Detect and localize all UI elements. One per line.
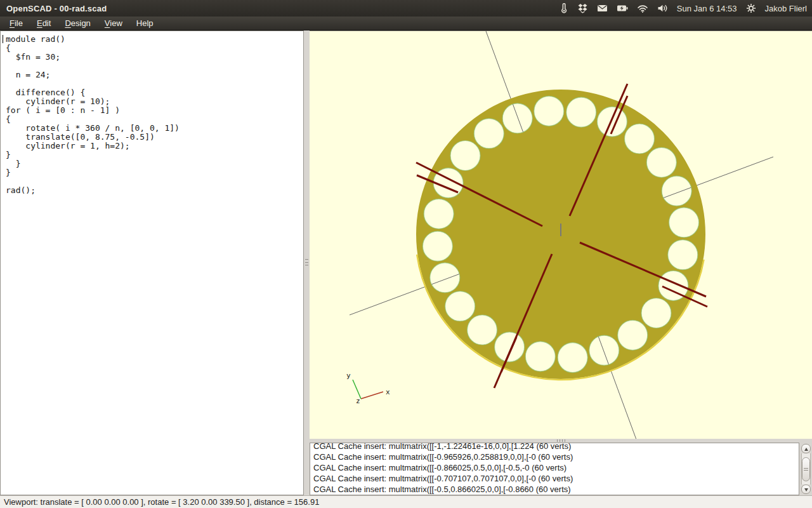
menu-edit[interactable]: Edit — [30, 17, 58, 29]
code-line: n = 24; — [6, 70, 303, 79]
code-line: cylinder(r = 1, h=2); — [6, 142, 303, 150]
console-line: CGAL Cache insert: multmatrix([[-0.70710… — [313, 473, 799, 484]
thermometer-icon[interactable] — [559, 3, 568, 13]
window-title: OpenSCAD - 00-rad.scad — [6, 4, 107, 13]
viewport-status: Viewport: translate = [ 0.00 0.00 0.00 ]… — [4, 497, 319, 507]
code-line: rotate( i * 360 / n, [0, 0, 1]) — [6, 124, 303, 133]
window-content: module rad(){ $fn = 30; n = 24; differen… — [0, 30, 812, 495]
menu-design[interactable]: Design — [58, 17, 97, 29]
title-bar: OpenSCAD - 00-rad.scad Sun Jan 6 14:53 J… — [0, 0, 812, 17]
code-line: translate([0, 8.75, -0.5]) — [6, 133, 303, 142]
clock[interactable]: Sun Jan 6 14:53 — [677, 4, 737, 13]
code-line: } — [6, 150, 303, 159]
code-line — [6, 79, 303, 88]
tray-icons-slot — [559, 3, 668, 13]
viewport-3d[interactable]: xyz — [310, 30, 812, 439]
console-scrollbar[interactable] — [799, 443, 812, 495]
dropbox-icon[interactable] — [577, 3, 588, 13]
code-line: $fn = 30; — [6, 53, 303, 62]
code-line: difference() { — [6, 88, 303, 97]
system-tray: Sun Jan 6 14:53 Jakob Flierl — [559, 3, 807, 13]
right-pane: xyz CGAL Cache insert: multmatrix([[-1,-… — [310, 30, 812, 495]
console-line: CGAL Cache insert: multmatrix([[-1,-1.22… — [313, 443, 799, 451]
menu-file[interactable]: File — [3, 17, 30, 29]
code-editor[interactable]: module rad(){ $fn = 30; n = 24; differen… — [0, 30, 304, 495]
desktop: OpenSCAD - 00-rad.scad Sun Jan 6 14:53 J… — [0, 0, 812, 508]
status-bar: Viewport: translate = [ 0.00 0.00 0.00 ]… — [0, 495, 812, 508]
scrollbar-track[interactable] — [801, 453, 811, 485]
console-line: CGAL Cache insert: multmatrix([[-0.5,0.8… — [313, 484, 799, 495]
code-line: module rad() — [6, 35, 303, 44]
wifi-icon[interactable] — [637, 4, 648, 13]
splitter-grip-icon — [557, 439, 566, 442]
code-line: cylinder(r = 10); — [6, 97, 303, 106]
code-line — [6, 62, 303, 70]
splitter-grip-icon — [305, 259, 308, 265]
text-cursor — [3, 35, 3, 43]
battery-icon[interactable] — [617, 4, 628, 12]
render-canvas[interactable]: xyz — [310, 31, 812, 439]
code-line: } — [6, 168, 303, 177]
axis-label-y: y — [346, 371, 351, 380]
axis-label-x: x — [386, 388, 390, 396]
session-username[interactable]: Jakob Flierl — [765, 4, 807, 13]
session-gear-slot — [746, 3, 756, 13]
code-line: } — [6, 159, 303, 168]
menu-view[interactable]: View — [98, 17, 129, 29]
code-line: { — [6, 115, 303, 124]
vertical-splitter[interactable] — [304, 30, 310, 495]
scroll-up-button[interactable] — [801, 444, 811, 453]
axis-label-z: z — [356, 397, 360, 405]
menu-bar: FileEditDesignViewHelp — [0, 17, 812, 30]
code-line: rad(); — [6, 186, 303, 195]
code-line — [6, 177, 303, 186]
mail-icon[interactable] — [597, 4, 608, 13]
gear-icon[interactable] — [746, 3, 756, 13]
console-line: CGAL Cache insert: multmatrix([[-0.96592… — [313, 451, 799, 462]
horizontal-splitter[interactable] — [310, 439, 812, 443]
console-line: CGAL Cache insert: multmatrix([[-0.86602… — [313, 462, 799, 473]
volume-icon[interactable] — [657, 4, 668, 13]
code-line: { — [6, 44, 303, 53]
scroll-down-button[interactable] — [801, 485, 811, 494]
console-log[interactable]: CGAL Cache insert: multmatrix([[-1,-1.22… — [310, 443, 799, 495]
scrollbar-thumb[interactable] — [802, 457, 810, 481]
console-panel: CGAL Cache insert: multmatrix([[-1,-1.22… — [310, 443, 812, 495]
menu-help[interactable]: Help — [129, 17, 160, 29]
code-line: for ( i = [0 : n - 1] ) — [6, 106, 303, 115]
